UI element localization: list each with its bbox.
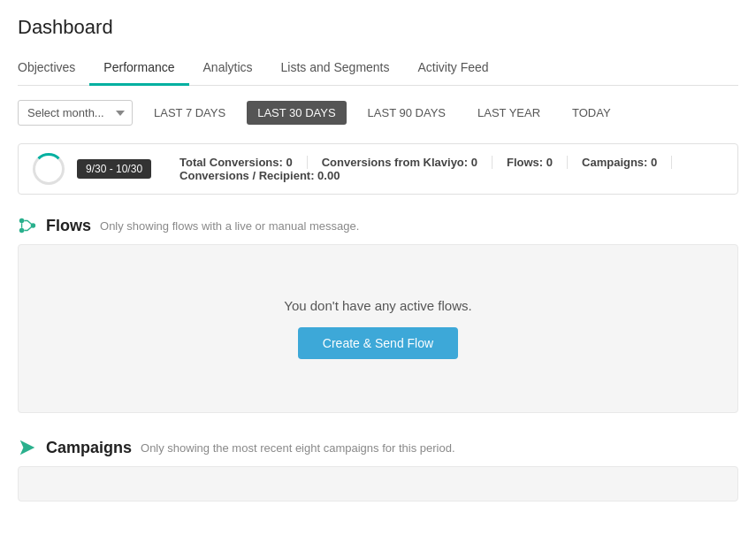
create-send-flow-button[interactable]: Create & Send Flow [298,327,458,359]
tab-objectives[interactable]: Objectives [18,51,89,86]
page-header: Dashboard Objectives Performance Analyti… [0,0,756,86]
nav-tabs: Objectives Performance Analytics Lists a… [18,51,738,86]
svg-point-0 [19,218,25,224]
flows-label: Flows: [507,156,543,169]
flows-value: 0 [546,156,553,169]
flows-section-header: Flows Only showing flows with a live or … [18,216,738,235]
filter-bar: Select month... LAST 7 DAYS LAST 30 DAYS… [18,100,738,126]
campaigns-title: Campaigns [46,439,132,457]
campaigns-section: Campaigns Only showing the most recent e… [18,438,738,502]
flows-subtitle: Only showing flows with a live or manual… [100,219,359,233]
stats-items: Total Conversions: 0 Conversions from Kl… [165,156,723,182]
campaigns-subtitle: Only showing the most recent eight campa… [141,441,455,455]
svg-point-1 [19,228,25,234]
month-select[interactable]: Select month... [18,100,133,126]
campaigns-value: 0 [651,156,657,169]
campaigns-section-header: Campaigns Only showing the most recent e… [18,438,738,457]
total-conversions-stat: Total Conversions: 0 [165,156,308,169]
filter-today-button[interactable]: TODAY [561,101,622,125]
conv-per-recipient-value: 0.00 [317,169,340,182]
campaigns-empty-box [18,466,738,502]
campaigns-label: Campaigns: [582,156,647,169]
conversions-from-klaviyo-stat: Conversions from Klaviyo: 0 [308,156,493,169]
campaigns-icon [18,438,37,457]
conv-per-recipient-stat: Conversions / Recipient: 0.00 [165,169,354,182]
loading-spinner [33,153,65,185]
conversions-klaviyo-label: Conversions from Klaviyo: [322,156,468,169]
conv-per-recipient-label: Conversions / Recipient: [179,169,314,182]
conversions-klaviyo-value: 0 [471,156,477,169]
page-title: Dashboard [18,16,738,39]
flows-empty-box: You don't have any active flows. Create … [18,244,738,413]
svg-marker-4 [20,440,35,456]
stats-bar: 9/30 - 10/30 Total Conversions: 0 Conver… [18,143,738,195]
tab-performance[interactable]: Performance [89,51,188,86]
campaigns-stat: Campaigns: 0 [568,156,672,169]
flows-icon [18,216,37,235]
filter-last7-button[interactable]: LAST 7 DAYS [143,101,236,125]
tab-activity-feed[interactable]: Activity Feed [404,51,503,86]
total-conversions-value: 0 [286,156,292,169]
flows-empty-text: You don't have any active flows. [284,298,471,313]
content-area: Select month... LAST 7 DAYS LAST 30 DAYS… [0,86,756,516]
page-wrapper: Dashboard Objectives Performance Analyti… [0,0,756,536]
tab-analytics[interactable]: Analytics [189,51,267,86]
tab-lists-segments[interactable]: Lists and Segments [267,51,404,86]
filter-last90-button[interactable]: LAST 90 DAYS [357,101,456,125]
date-range-badge: 9/30 - 10/30 [77,159,151,179]
flows-stat: Flows: 0 [493,156,568,169]
flows-title: Flows [46,217,91,235]
total-conversions-label: Total Conversions: [179,156,283,169]
filter-lastyear-button[interactable]: LAST YEAR [467,101,551,125]
filter-last30-button[interactable]: LAST 30 DAYS [247,101,346,125]
